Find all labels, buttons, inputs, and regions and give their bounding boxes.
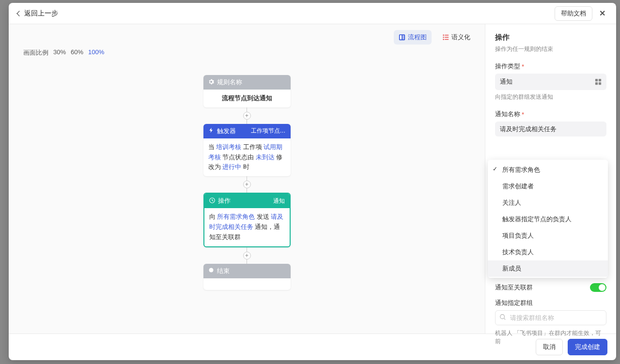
field-type-help: 向指定的群组发送通知 xyxy=(495,93,606,101)
dropdown-item[interactable]: 所有需求角色 xyxy=(488,162,608,178)
svg-rect-4 xyxy=(445,35,449,36)
node-end[interactable]: 结束 xyxy=(203,264,291,290)
svg-point-3 xyxy=(443,34,444,36)
node-trigger-head: 触发器 xyxy=(217,127,236,136)
side-title: 操作 xyxy=(495,33,606,42)
svg-rect-6 xyxy=(445,37,449,38)
svg-rect-8 xyxy=(445,39,449,40)
search-icon xyxy=(499,314,506,322)
field-name-label: 通知名称* xyxy=(495,110,606,119)
node-action-right: 通知 xyxy=(273,197,285,205)
toggle-related-group[interactable] xyxy=(590,283,606,292)
field-type-value: 通知 xyxy=(500,77,512,86)
svg-rect-13 xyxy=(595,82,598,85)
svg-point-5 xyxy=(443,37,444,38)
svg-point-10 xyxy=(209,268,213,273)
bolt-icon xyxy=(208,127,214,135)
gear-icon xyxy=(208,79,214,86)
view-semantic[interactable]: 语义化 xyxy=(437,30,475,45)
node-action-head: 操作 xyxy=(218,197,231,205)
dropdown-item[interactable]: 新成员 xyxy=(488,260,608,277)
node-trigger[interactable]: 触发器 工作项节点… 当 培训考核 工作项 试用期考核 节点状态由 未到达 修改… xyxy=(203,124,291,176)
view-flowchart[interactable]: 流程图 xyxy=(394,30,432,45)
svg-rect-11 xyxy=(595,79,598,81)
modal: 返回上一步 帮助文档 ✕ 流程图 语义化 xyxy=(9,3,616,360)
dropdown-item[interactable]: 触发器指定节点的负责人 xyxy=(488,211,608,228)
end-icon xyxy=(208,267,214,274)
add-connector-1[interactable]: + xyxy=(243,112,251,120)
node-trigger-right: 工作项节点… xyxy=(251,127,286,135)
svg-rect-1 xyxy=(400,35,402,40)
node-action[interactable]: 操作 通知 向 所有需求角色 发送 请及时完成相关任务 通知，通知至关联群 xyxy=(203,193,291,247)
node-rule[interactable]: 规则名称 流程节点到达通知 xyxy=(203,75,291,107)
group-search[interactable] xyxy=(495,310,606,325)
view-semantic-label: 语义化 xyxy=(451,33,470,42)
dropdown-item[interactable]: 技术负责人 xyxy=(488,244,608,260)
recipient-dropdown[interactable]: 所有需求角色需求创建者关注人触发器指定节点的负责人项目负责人技术负责人新成员业务… xyxy=(488,160,608,278)
flow: 规则名称 流程节点到达通知 + 触发器 工作项节点… xyxy=(203,75,291,290)
group-search-input[interactable] xyxy=(510,314,602,321)
svg-rect-2 xyxy=(403,35,404,40)
add-connector-3[interactable]: + xyxy=(243,252,251,259)
node-rule-body: 流程节点到达通知 xyxy=(203,90,291,107)
view-toggle: 流程图 语义化 xyxy=(394,30,475,45)
side-panel: 操作 操作为任一规则的结束 操作类型* 通知 向指定的群组发送通知 通知名称* … xyxy=(485,24,616,334)
modal-header: 返回上一步 帮助文档 ✕ xyxy=(9,3,616,24)
zoom-60[interactable]: 60% xyxy=(71,48,83,57)
svg-rect-14 xyxy=(599,82,601,85)
view-flowchart-label: 流程图 xyxy=(408,33,427,42)
grid-icon xyxy=(595,78,602,85)
node-action-body: 向 所有需求角色 发送 请及时完成相关任务 通知，通知至关联群 xyxy=(204,208,290,246)
svg-point-7 xyxy=(443,39,444,40)
toggle-label: 通知至关联群 xyxy=(495,283,533,292)
node-rule-head: 规则名称 xyxy=(217,78,242,87)
node-trigger-body: 当 培训考核 工作项 试用期考核 节点状态由 未到达 修改为 进行中 时 xyxy=(203,138,291,176)
zoom-30[interactable]: 30% xyxy=(53,48,66,57)
svg-line-16 xyxy=(504,318,506,320)
svg-rect-12 xyxy=(599,79,601,81)
canvas-area: 流程图 语义化 画面比例 30% 60% 100% xyxy=(9,24,485,334)
field-name-input[interactable] xyxy=(495,121,606,136)
node-end-head: 结束 xyxy=(217,267,230,275)
group-hint: 机器人 「飞书项目」在群内才能生效，可前 xyxy=(495,329,606,346)
back-button[interactable]: 返回上一步 xyxy=(17,9,58,18)
field-type-select[interactable]: 通知 xyxy=(495,74,606,90)
help-button[interactable]: 帮助文档 xyxy=(555,6,592,21)
svg-point-15 xyxy=(500,315,505,319)
list-icon xyxy=(442,34,449,41)
back-label: 返回上一步 xyxy=(24,9,58,18)
close-button[interactable]: ✕ xyxy=(597,8,607,19)
dropdown-item[interactable]: 需求创建者 xyxy=(488,178,608,195)
flowchart-icon xyxy=(399,34,405,41)
field-group-label: 通知指定群组 xyxy=(495,299,606,307)
clock-icon xyxy=(209,197,215,205)
chevron-left-icon xyxy=(16,11,22,16)
zoom-label: 画面比例 xyxy=(23,48,48,57)
side-subtitle: 操作为任一规则的结束 xyxy=(495,45,606,53)
dropdown-item[interactable]: 项目负责人 xyxy=(488,228,608,244)
field-type-label: 操作类型* xyxy=(495,62,606,71)
zoom-bar: 画面比例 30% 60% 100% xyxy=(23,48,104,57)
dropdown-item[interactable]: 业务线负责人 xyxy=(488,277,608,278)
dropdown-item[interactable]: 关注人 xyxy=(488,195,608,211)
add-connector-2[interactable]: + xyxy=(243,181,251,188)
zoom-100[interactable]: 100% xyxy=(88,48,104,57)
